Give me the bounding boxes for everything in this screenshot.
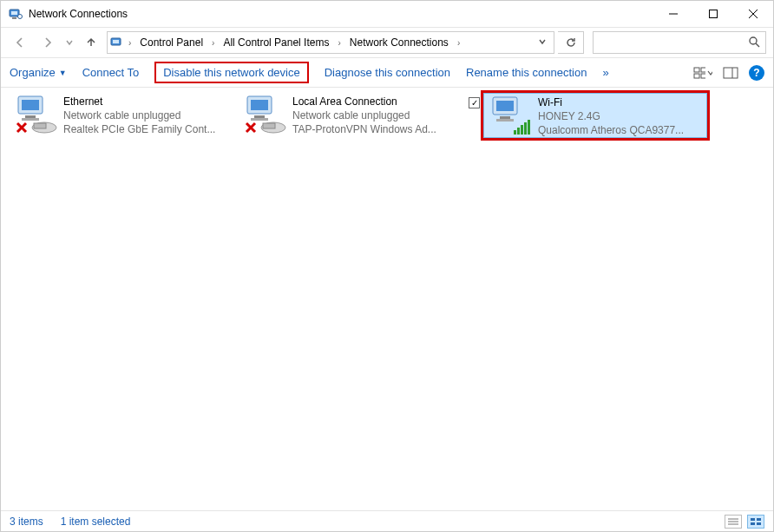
connection-name: Ethernet	[63, 95, 230, 108]
more-label: »	[602, 66, 608, 79]
svg-rect-27	[254, 115, 265, 118]
search-icon[interactable]	[748, 36, 760, 50]
forward-button[interactable]	[36, 30, 60, 55]
view-options-button[interactable]	[693, 63, 712, 82]
connection-status: HONEY 2.4G	[538, 109, 703, 123]
adapter-icon	[242, 95, 289, 136]
help-label: ?	[753, 67, 759, 79]
svg-point-10	[750, 37, 757, 44]
adapter-icon	[13, 95, 60, 136]
svg-rect-12	[694, 68, 699, 72]
svg-line-11	[756, 43, 759, 47]
svg-rect-21	[22, 118, 39, 121]
svg-rect-47	[757, 522, 761, 525]
organize-label: Organize	[10, 66, 56, 79]
command-bar: Organize ▼ Connect To Disable this netwo…	[1, 58, 773, 88]
chevron-icon[interactable]: ›	[454, 38, 463, 48]
maximize-button[interactable]	[693, 1, 733, 27]
organize-menu[interactable]: Organize ▼	[10, 66, 67, 79]
selection-checkbox[interactable]: ✓	[469, 97, 480, 108]
connection-name: Local Area Connection	[292, 95, 459, 108]
details-view-button[interactable]	[725, 515, 742, 529]
connection-device: Qualcomm Atheros QCA9377...	[538, 123, 703, 137]
titlebar: Network Connections	[1, 1, 773, 27]
rename-button[interactable]: Rename this connection	[466, 66, 587, 79]
item-count: 3 items	[10, 516, 43, 528]
tiles-view-button[interactable]	[747, 515, 764, 529]
svg-rect-23	[34, 123, 46, 128]
address-bar[interactable]: › Control Panel › All Control Panel Item…	[107, 31, 554, 54]
connection-device: Realtek PCIe GbE Family Cont...	[63, 122, 230, 136]
chevron-icon[interactable]: ›	[334, 38, 344, 48]
close-button[interactable]	[733, 1, 773, 27]
disable-device-button[interactable]: Disable this network device	[154, 62, 309, 83]
connection-item-wifi[interactable]: ✓ Wi-Fi HONEY 2.4G Qualcomm Atheros QCA9…	[483, 93, 707, 138]
connect-to-label: Connect To	[82, 66, 140, 79]
svg-rect-35	[496, 119, 514, 122]
selection-count: 1 item selected	[61, 516, 131, 528]
chevron-down-icon: ▼	[59, 69, 67, 77]
connection-item-ethernet[interactable]: Ethernet Network cable unplugged Realtek…	[10, 93, 233, 138]
connect-to-button[interactable]: Connect To	[82, 66, 140, 79]
chevron-icon[interactable]: ›	[208, 38, 218, 48]
svg-rect-46	[751, 522, 755, 525]
svg-rect-1	[11, 11, 17, 15]
back-button[interactable]	[8, 30, 32, 55]
connection-name: Wi-Fi	[538, 95, 703, 109]
address-dropdown[interactable]	[533, 36, 552, 49]
svg-point-3	[18, 15, 23, 19]
minimize-button[interactable]	[653, 1, 693, 27]
adapter-icon	[488, 95, 535, 137]
svg-rect-37	[517, 128, 520, 135]
breadcrumb-seg-0[interactable]: Control Panel	[134, 32, 208, 53]
breadcrumb-seg-1[interactable]: All Control Panel Items	[218, 32, 334, 53]
window-title: Network Connections	[29, 8, 128, 20]
svg-rect-36	[514, 130, 516, 135]
app-icon	[8, 6, 23, 22]
breadcrumb-seg-2[interactable]: Network Connections	[344, 32, 454, 53]
svg-rect-45	[757, 518, 761, 521]
svg-rect-33	[496, 101, 514, 111]
svg-rect-40	[528, 120, 530, 135]
svg-rect-13	[701, 68, 705, 72]
svg-rect-26	[251, 100, 268, 110]
more-commands-button[interactable]: »	[602, 66, 608, 79]
svg-rect-5	[710, 10, 718, 18]
svg-rect-20	[25, 115, 36, 118]
svg-rect-30	[263, 123, 275, 128]
navigation-row: › Control Panel › All Control Panel Item…	[1, 27, 773, 58]
svg-rect-14	[694, 74, 699, 78]
recent-dropdown[interactable]	[63, 30, 75, 55]
svg-rect-16	[724, 68, 738, 78]
svg-rect-2	[12, 17, 16, 19]
svg-rect-15	[701, 74, 705, 78]
search-input[interactable]	[599, 36, 748, 49]
control-panel-icon	[109, 36, 125, 49]
rename-label: Rename this connection	[466, 66, 587, 79]
svg-rect-34	[500, 116, 510, 119]
svg-rect-28	[251, 118, 268, 121]
svg-rect-19	[22, 100, 39, 110]
diagnose-label: Diagnose this connection	[325, 66, 450, 79]
svg-rect-39	[524, 122, 527, 135]
preview-pane-button[interactable]	[721, 63, 740, 82]
svg-rect-9	[113, 40, 119, 43]
help-button[interactable]: ?	[749, 65, 764, 81]
connection-status: Network cable unplugged	[63, 108, 230, 122]
disable-device-label: Disable this network device	[163, 66, 300, 79]
status-bar: 3 items 1 item selected	[1, 510, 773, 531]
svg-rect-38	[521, 125, 523, 135]
svg-rect-44	[751, 518, 755, 521]
search-box[interactable]	[593, 31, 766, 54]
up-button[interactable]	[79, 30, 103, 55]
diagnose-button[interactable]: Diagnose this connection	[325, 66, 450, 79]
connection-status: Network cable unplugged	[292, 108, 459, 122]
refresh-button[interactable]	[558, 31, 584, 54]
connections-pane[interactable]: Ethernet Network cable unplugged Realtek…	[1, 88, 773, 510]
connection-device: TAP-ProtonVPN Windows Ad...	[292, 122, 459, 136]
connection-item-lan[interactable]: Local Area Connection Network cable unpl…	[239, 93, 462, 138]
chevron-icon[interactable]: ›	[125, 38, 134, 48]
